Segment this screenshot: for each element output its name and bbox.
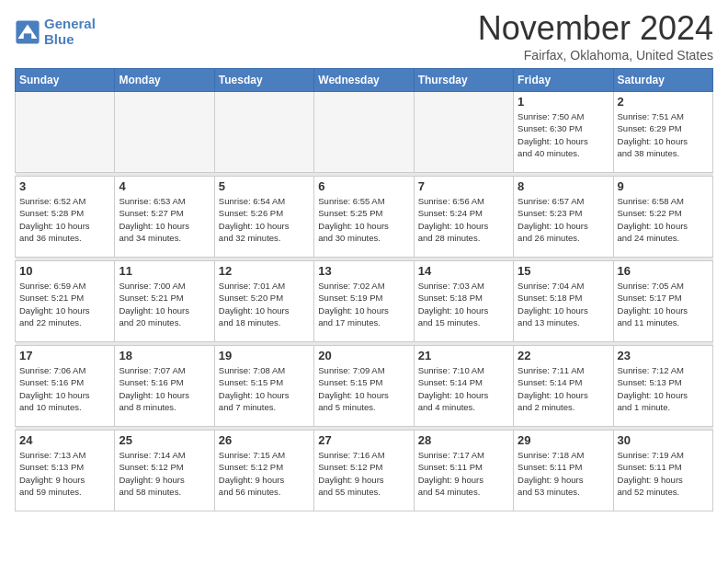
day-info: Sunrise: 7:03 AM Sunset: 5:18 PM Dayligh… [418, 280, 509, 328]
day-cell: 30Sunrise: 7:19 AM Sunset: 5:11 PM Dayli… [613, 431, 712, 511]
day-number: 29 [518, 433, 609, 447]
day-cell: 16Sunrise: 7:05 AM Sunset: 5:17 PM Dayli… [613, 261, 712, 342]
day-cell: 1Sunrise: 7:50 AM Sunset: 6:30 PM Daylig… [514, 92, 613, 173]
day-cell: 4Sunrise: 6:53 AM Sunset: 5:27 PM Daylig… [115, 177, 214, 258]
day-info: Sunrise: 6:57 AM Sunset: 5:23 PM Dayligh… [518, 195, 609, 244]
month-title: November 2024 [478, 9, 713, 48]
header: General Blue November 2024 Fairfax, Okla… [15, 9, 713, 63]
header-tuesday: Tuesday [214, 69, 313, 92]
day-number: 8 [518, 179, 609, 193]
day-info: Sunrise: 7:16 AM Sunset: 5:12 PM Dayligh… [318, 449, 409, 498]
calendar-body: 1Sunrise: 7:50 AM Sunset: 6:30 PM Daylig… [16, 92, 713, 511]
header-saturday: Saturday [613, 69, 712, 92]
day-info: Sunrise: 7:07 AM Sunset: 5:16 PM Dayligh… [119, 364, 210, 413]
day-cell: 29Sunrise: 7:18 AM Sunset: 5:11 PM Dayli… [514, 431, 613, 511]
day-cell: 23Sunrise: 7:12 AM Sunset: 5:13 PM Dayli… [613, 346, 712, 427]
day-cell: 27Sunrise: 7:16 AM Sunset: 5:12 PM Dayli… [314, 431, 414, 511]
header-sunday: Sunday [16, 69, 115, 92]
day-number: 9 [618, 179, 709, 193]
day-info: Sunrise: 7:02 AM Sunset: 5:19 PM Dayligh… [318, 280, 409, 328]
day-info: Sunrise: 7:01 AM Sunset: 5:20 PM Dayligh… [219, 280, 310, 328]
header-wednesday: Wednesday [314, 69, 414, 92]
day-info: Sunrise: 7:15 AM Sunset: 5:12 PM Dayligh… [219, 449, 310, 498]
day-info: Sunrise: 7:10 AM Sunset: 5:14 PM Dayligh… [418, 364, 509, 413]
day-cell: 25Sunrise: 7:14 AM Sunset: 5:12 PM Dayli… [115, 431, 214, 511]
day-number: 11 [119, 264, 210, 278]
day-number: 23 [618, 349, 709, 362]
title-area: November 2024 Fairfax, Oklahoma, United … [478, 9, 713, 63]
week-row-3: 10Sunrise: 6:59 AM Sunset: 5:21 PM Dayli… [16, 261, 713, 342]
svg-rect-2 [24, 33, 31, 40]
day-number: 12 [219, 264, 310, 278]
day-number: 17 [19, 349, 110, 362]
day-cell [16, 92, 115, 173]
day-number: 7 [418, 179, 509, 193]
logo-blue: Blue [44, 31, 74, 47]
day-cell: 22Sunrise: 7:11 AM Sunset: 5:14 PM Dayli… [514, 346, 613, 427]
day-info: Sunrise: 7:08 AM Sunset: 5:15 PM Dayligh… [219, 364, 310, 413]
logo-general: General [44, 16, 96, 31]
day-info: Sunrise: 6:52 AM Sunset: 5:28 PM Dayligh… [19, 195, 110, 244]
day-number: 30 [618, 433, 709, 447]
day-info: Sunrise: 6:58 AM Sunset: 5:22 PM Dayligh… [618, 195, 709, 244]
day-cell: 2Sunrise: 7:51 AM Sunset: 6:29 PM Daylig… [613, 92, 712, 173]
weekday-row: Sunday Monday Tuesday Wednesday Thursday… [16, 69, 713, 92]
calendar-header: Sunday Monday Tuesday Wednesday Thursday… [16, 69, 713, 92]
day-number: 15 [518, 264, 609, 278]
day-cell: 21Sunrise: 7:10 AM Sunset: 5:14 PM Dayli… [414, 346, 513, 427]
day-cell: 12Sunrise: 7:01 AM Sunset: 5:20 PM Dayli… [214, 261, 313, 342]
day-info: Sunrise: 7:09 AM Sunset: 5:15 PM Dayligh… [318, 364, 409, 413]
logo-icon [15, 19, 40, 45]
day-info: Sunrise: 6:55 AM Sunset: 5:25 PM Dayligh… [318, 195, 409, 244]
day-number: 18 [119, 349, 210, 362]
day-cell [414, 92, 513, 173]
logo-text: General Blue [44, 17, 96, 47]
day-info: Sunrise: 7:18 AM Sunset: 5:11 PM Dayligh… [518, 449, 609, 498]
day-number: 4 [119, 179, 210, 193]
week-row-1: 1Sunrise: 7:50 AM Sunset: 6:30 PM Daylig… [16, 92, 713, 173]
day-number: 21 [418, 349, 509, 362]
day-info: Sunrise: 7:19 AM Sunset: 5:11 PM Dayligh… [618, 449, 709, 498]
day-number: 16 [618, 264, 709, 278]
week-row-5: 24Sunrise: 7:13 AM Sunset: 5:13 PM Dayli… [16, 431, 713, 511]
day-info: Sunrise: 7:13 AM Sunset: 5:13 PM Dayligh… [19, 449, 110, 498]
day-cell: 26Sunrise: 7:15 AM Sunset: 5:12 PM Dayli… [214, 431, 313, 511]
day-number: 13 [318, 264, 409, 278]
day-info: Sunrise: 7:14 AM Sunset: 5:12 PM Dayligh… [119, 449, 210, 498]
day-info: Sunrise: 7:04 AM Sunset: 5:18 PM Dayligh… [518, 280, 609, 328]
day-cell: 24Sunrise: 7:13 AM Sunset: 5:13 PM Dayli… [16, 431, 115, 511]
day-cell: 19Sunrise: 7:08 AM Sunset: 5:15 PM Dayli… [214, 346, 313, 427]
day-cell: 8Sunrise: 6:57 AM Sunset: 5:23 PM Daylig… [514, 177, 613, 258]
day-number: 27 [318, 433, 409, 447]
day-number: 26 [219, 433, 310, 447]
day-number: 22 [518, 349, 609, 362]
day-info: Sunrise: 6:59 AM Sunset: 5:21 PM Dayligh… [19, 280, 110, 328]
day-cell: 20Sunrise: 7:09 AM Sunset: 5:15 PM Dayli… [314, 346, 414, 427]
calendar-table: Sunday Monday Tuesday Wednesday Thursday… [15, 68, 713, 511]
day-number: 20 [318, 349, 409, 362]
day-cell: 17Sunrise: 7:06 AM Sunset: 5:16 PM Dayli… [16, 346, 115, 427]
day-cell: 3Sunrise: 6:52 AM Sunset: 5:28 PM Daylig… [16, 177, 115, 258]
day-info: Sunrise: 6:54 AM Sunset: 5:26 PM Dayligh… [219, 195, 310, 244]
day-cell: 10Sunrise: 6:59 AM Sunset: 5:21 PM Dayli… [16, 261, 115, 342]
day-cell [115, 92, 214, 173]
day-info: Sunrise: 7:11 AM Sunset: 5:14 PM Dayligh… [518, 364, 609, 413]
day-cell: 9Sunrise: 6:58 AM Sunset: 5:22 PM Daylig… [613, 177, 712, 258]
day-info: Sunrise: 7:51 AM Sunset: 6:29 PM Dayligh… [618, 110, 709, 159]
week-row-4: 17Sunrise: 7:06 AM Sunset: 5:16 PM Dayli… [16, 346, 713, 427]
day-cell: 13Sunrise: 7:02 AM Sunset: 5:19 PM Dayli… [314, 261, 414, 342]
day-number: 19 [219, 349, 310, 362]
day-cell: 14Sunrise: 7:03 AM Sunset: 5:18 PM Dayli… [414, 261, 513, 342]
day-cell: 11Sunrise: 7:00 AM Sunset: 5:21 PM Dayli… [115, 261, 214, 342]
day-info: Sunrise: 6:56 AM Sunset: 5:24 PM Dayligh… [418, 195, 509, 244]
day-info: Sunrise: 7:17 AM Sunset: 5:11 PM Dayligh… [418, 449, 509, 498]
day-number: 25 [119, 433, 210, 447]
week-row-2: 3Sunrise: 6:52 AM Sunset: 5:28 PM Daylig… [16, 177, 713, 258]
day-info: Sunrise: 7:12 AM Sunset: 5:13 PM Dayligh… [618, 364, 709, 413]
day-number: 6 [318, 179, 409, 193]
day-number: 2 [618, 95, 709, 109]
header-monday: Monday [115, 69, 214, 92]
day-number: 3 [19, 179, 110, 193]
header-thursday: Thursday [414, 69, 513, 92]
day-info: Sunrise: 7:05 AM Sunset: 5:17 PM Dayligh… [618, 280, 709, 328]
